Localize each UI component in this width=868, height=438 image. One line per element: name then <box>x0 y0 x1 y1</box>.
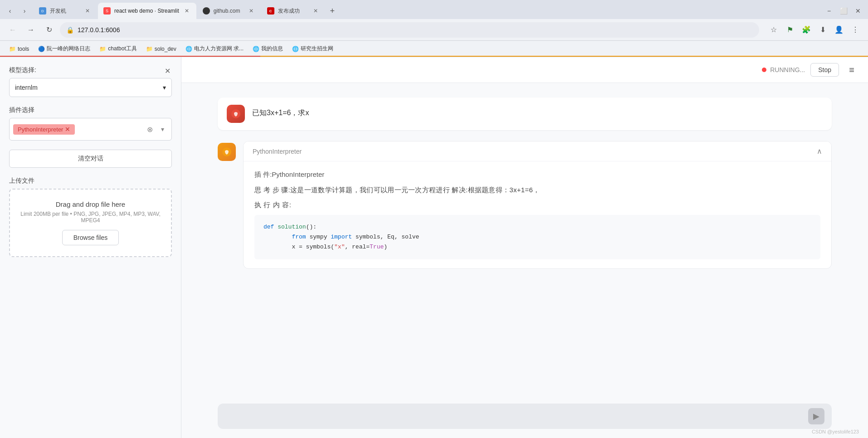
browse-files-btn[interactable]: Browse files <box>62 230 119 245</box>
reload-btn[interactable]: ↻ <box>42 23 56 37</box>
send-message-btn[interactable]: ▶ <box>808 408 824 424</box>
tab-dev[interactable]: D 开发机 ✕ <box>34 3 97 19</box>
tab-csdn-title: 发布成功 <box>278 7 308 15</box>
plugin-controls: ⊗ ▾ <box>144 124 168 135</box>
minimize-btn[interactable]: − <box>823 5 835 17</box>
send-icon: ▶ <box>813 411 819 421</box>
chat-input-box: ▶ <box>218 404 832 429</box>
plugin-selection-section: 插件选择 PythonInterpreter ✕ ⊗ ▾ <box>9 106 172 141</box>
upload-dropzone[interactable]: Drag and drop file here Limit 200MB per … <box>9 189 172 257</box>
plugin-tag-pythoninterpreter[interactable]: PythonInterpreter ✕ <box>13 124 75 135</box>
chat-input-area: ▶ <box>181 396 868 438</box>
browser-window: ‹ › D 开发机 ✕ S react web demo · Streamlit… <box>0 0 868 438</box>
main-content: ✕ 模型选择: internlm ▾ 插件选择 PythonInterprete… <box>0 57 868 438</box>
tab-github-close[interactable]: ✕ <box>247 7 255 15</box>
maximize-btn[interactable]: ⬜ <box>837 5 850 17</box>
stop-btn[interactable]: Stop <box>810 63 839 77</box>
tab-csdn[interactable]: C 发布成功 ✕ <box>262 3 325 19</box>
close-window-btn[interactable]: ✕ <box>852 5 864 17</box>
code-function-name: solution <box>278 224 306 230</box>
bookmark-solodev-icon: 📁 <box>146 46 153 52</box>
plugin-tag-close-icon[interactable]: ✕ <box>65 126 70 132</box>
new-tab-btn[interactable]: + <box>326 5 339 17</box>
bookmark-chatbot[interactable]: 📁 chatbot工具 <box>96 43 140 54</box>
running-status-text: RUNNING... <box>770 66 805 73</box>
bookmark-myinfo-label: 我的信息 <box>261 45 283 53</box>
bookmark-solodev[interactable]: 📁 solo_dev <box>142 44 180 54</box>
tab-next-btn[interactable]: › <box>18 5 31 17</box>
chat-input-field[interactable] <box>225 413 803 420</box>
address-bar[interactable]: 🔒 127.0.0.1:6006 <box>60 22 759 38</box>
model-label: 模型选择: <box>9 66 172 74</box>
code-imports: symbols, Eq, solve <box>356 234 419 240</box>
model-select-chevron-icon: ▾ <box>163 84 166 91</box>
plugin-card-body: 插 件:PythonInterpreter 思 考 步 骤:这是一道数学计算题，… <box>244 161 831 268</box>
code-close-paren: ) <box>384 243 387 250</box>
bookmark-power[interactable]: 🌐 电力人力资源网 求... <box>182 43 247 54</box>
clear-conversation-btn[interactable]: 清空对话 <box>9 150 172 168</box>
favicon-streamlit-icon: S <box>103 7 111 15</box>
bookmark-grad[interactable]: 🌐 研究生招生网 <box>288 43 337 54</box>
bookmark-myinfo[interactable]: 🌐 我的信息 <box>249 43 287 54</box>
plugin-dropdown-btn[interactable]: ▾ <box>157 124 168 135</box>
model-select-dropdown[interactable]: internlm ▾ <box>9 78 172 97</box>
more-btn[interactable]: ⋮ <box>848 23 863 37</box>
code-string-x: "x" <box>334 243 345 250</box>
profile-btn[interactable]: 👤 <box>832 23 846 37</box>
code-indent-3: x = symbols( <box>263 243 334 250</box>
watermark-text: CSDN @yestolife123 <box>812 429 859 434</box>
code-keyword-from: from <box>292 234 309 240</box>
bookmark-ruanyifeng[interactable]: 🔵 阮一峰的网络日志 <box>34 43 94 54</box>
hamburger-menu-btn[interactable]: ≡ <box>844 63 859 77</box>
tab-streamlit[interactable]: S react web demo · Streamlit ✕ <box>98 3 196 19</box>
code-line-3: x = symbols("x", real=True) <box>263 242 811 252</box>
address-text: 127.0.0.1:6006 <box>78 26 753 34</box>
favicon-dev-icon: D <box>39 7 46 15</box>
code-keyword-def: def <box>263 224 278 230</box>
code-true-val: True <box>370 243 384 250</box>
tab-github-title: github.com <box>214 8 244 14</box>
chat-area: RUNNING... Stop ≡ 已知3x+1=6，求x <box>181 57 868 438</box>
favicon-github-icon <box>203 7 210 15</box>
bookmark-star-btn[interactable]: ☆ <box>766 23 781 37</box>
running-dot-icon <box>762 68 766 72</box>
sidebar-close-btn[interactable]: ✕ <box>161 64 174 77</box>
plugin-clear-btn[interactable]: ⊗ <box>144 124 155 135</box>
lock-icon: 🔒 <box>66 26 74 34</box>
tab-github[interactable]: github.com ✕ <box>197 3 261 19</box>
plugin-card-header: PythonInterpreter ∧ <box>244 141 831 161</box>
plugin-card-name: PythonInterpreter <box>253 148 302 155</box>
model-selection-section: 模型选择: internlm ▾ <box>9 66 172 97</box>
code-comma: , real= <box>345 243 370 250</box>
upload-section: 上传文件 Drag and drop file here Limit 200MB… <box>9 177 172 257</box>
tab-dev-title: 开发机 <box>50 7 80 15</box>
chat-messages: 已知3x+1=6，求x PythonInterpreter ∧ <box>181 83 868 396</box>
thinking-steps-text: 思 考 步 骤:这是一道数学计算题，我们可以用一元一次方程进行 解决:根据题意得… <box>254 185 820 195</box>
chat-top-bar: RUNNING... Stop ≡ <box>181 57 868 83</box>
address-bar-row: ← → ↻ 🔒 127.0.0.1:6006 ☆ ⚑ 🧩 ⬇ 👤 ⋮ <box>0 19 868 41</box>
plugin-area[interactable]: PythonInterpreter ✕ ⊗ ▾ <box>9 118 172 141</box>
tab-dev-close[interactable]: ✕ <box>83 7 92 15</box>
forward-btn[interactable]: → <box>24 23 38 37</box>
code-module: sympy <box>309 234 331 240</box>
exec-content-label: 执 行 内 容: <box>254 201 820 209</box>
bookmark-ruanyifeng-label: 阮一峰的网络日志 <box>47 45 90 53</box>
upload-limit-text: Limit 200MB per file • PNG, JPG, JPEG, M… <box>17 211 164 224</box>
model-select-value: internlm <box>15 84 38 91</box>
tab-streamlit-close[interactable]: ✕ <box>183 7 191 15</box>
bookmark-chatbot-icon: 📁 <box>99 46 106 52</box>
running-indicator: RUNNING... <box>762 66 805 73</box>
bookmark-tools[interactable]: 📁 tools <box>5 44 33 54</box>
tab-prev-btn[interactable]: ‹ <box>4 5 16 17</box>
collapse-plugin-btn[interactable]: ∧ <box>817 147 822 156</box>
back-btn[interactable]: ← <box>5 23 20 37</box>
code-paren: (): <box>306 224 317 230</box>
tab-bar-left: ‹ › <box>4 5 31 17</box>
extensions-btn[interactable]: 🧩 <box>799 23 814 37</box>
download-btn[interactable]: ⬇ <box>815 23 830 37</box>
bookmark-grad-icon: 🌐 <box>292 46 299 52</box>
bookmark-solodev-label: solo_dev <box>155 46 176 52</box>
tab-csdn-close[interactable]: ✕ <box>312 7 320 15</box>
assistant-avatar <box>218 143 236 161</box>
flag-btn[interactable]: ⚑ <box>783 23 797 37</box>
